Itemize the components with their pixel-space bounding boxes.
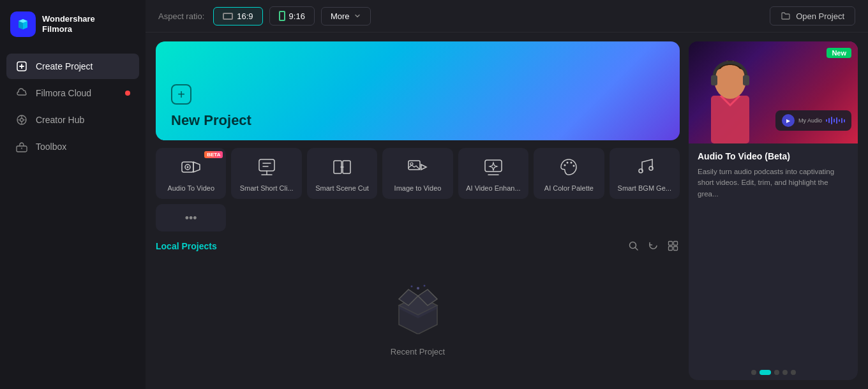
svg-rect-29 xyxy=(711,75,717,85)
promo-dot-4[interactable] xyxy=(791,370,796,375)
smart-scene-cut-label: Smart Scene Cut xyxy=(315,184,369,193)
new-project-plus-icon: + xyxy=(171,84,191,105)
image-to-video-icon xyxy=(406,156,429,179)
svg-point-26 xyxy=(410,285,412,287)
projects-actions xyxy=(627,239,680,253)
refresh-projects-button[interactable] xyxy=(647,239,660,253)
svg-rect-27 xyxy=(711,96,749,143)
ai-tool-ai-video-enhance[interactable]: AI Video Enhan... xyxy=(458,148,528,199)
ai-tool-ai-color-palette[interactable]: AI Color Palette xyxy=(534,148,604,199)
ai-tool-more[interactable]: ••• xyxy=(156,204,226,231)
ai-tool-audio-to-video[interactable]: BETA Audio To Video xyxy=(156,148,226,199)
svg-point-6 xyxy=(187,166,189,168)
local-projects-section: Local Projects xyxy=(156,239,680,380)
filmora-cloud-label: Filmora Cloud xyxy=(36,88,91,98)
aspect-16-9-label: 16:9 xyxy=(237,11,253,21)
sidebar-item-create-project[interactable]: Create Project xyxy=(6,54,139,79)
local-projects-header: Local Projects xyxy=(156,239,680,253)
new-project-card[interactable]: + New Project xyxy=(156,41,680,140)
ai-tool-smart-bgm-gen[interactable]: Smart BGM Ge... xyxy=(610,148,680,199)
phone-icon xyxy=(279,11,285,21)
sidebar-item-filmora-cloud[interactable]: Filmora Cloud xyxy=(6,80,139,106)
sidebar-item-toolbox[interactable]: Toolbox xyxy=(6,134,139,159)
creator-hub-label: Creator Hub xyxy=(36,115,84,125)
smart-bgm-gen-label: Smart BGM Ge... xyxy=(618,184,671,193)
more-label: More xyxy=(331,11,350,21)
svg-rect-21 xyxy=(674,242,678,246)
folder-icon xyxy=(781,11,791,21)
svg-rect-8 xyxy=(334,161,341,173)
more-aspect-button[interactable]: More xyxy=(321,7,371,26)
promo-new-badge: New xyxy=(827,48,851,58)
sidebar: Wondershare Filmora Create Project Filmo… xyxy=(0,0,146,389)
refresh-icon xyxy=(648,240,659,251)
ai-color-palette-label: AI Color Palette xyxy=(544,184,594,193)
sidebar-nav: Create Project Filmora Cloud Creator Hub xyxy=(0,48,146,389)
more-tools-dots: ••• xyxy=(185,212,197,225)
smart-short-clip-label: Smart Short Cli... xyxy=(240,184,294,193)
svg-rect-30 xyxy=(743,75,749,85)
grid-view-button[interactable] xyxy=(666,239,680,253)
svg-rect-22 xyxy=(669,247,673,251)
new-project-title: New Project xyxy=(171,112,251,129)
svg-point-25 xyxy=(423,284,425,286)
aspect-9-16-label: 9:16 xyxy=(289,11,305,21)
promo-title: Audio To Video (Beta) xyxy=(698,151,849,161)
toolbox-icon xyxy=(15,140,28,153)
ai-video-enhance-icon xyxy=(482,156,505,179)
search-icon xyxy=(628,240,639,251)
smart-short-clip-icon xyxy=(255,156,278,179)
promo-dot-3[interactable] xyxy=(782,370,788,375)
ai-tools-grid: BETA Audio To Video xyxy=(156,148,680,231)
aspect-16-9-button[interactable]: 16:9 xyxy=(213,7,262,26)
aspect-ratio-label: Aspect ratio: xyxy=(158,11,204,21)
svg-point-2 xyxy=(20,119,24,122)
smart-bgm-gen-icon xyxy=(633,156,656,179)
main-content: Aspect ratio: 16:9 9:16 More Open Projec… xyxy=(146,0,868,389)
promo-dot-1[interactable] xyxy=(760,370,771,375)
new-project-content: + New Project xyxy=(171,84,251,129)
ai-tool-image-to-video[interactable]: Image to Video xyxy=(382,148,453,199)
create-project-label: Create Project xyxy=(36,61,93,71)
search-projects-button[interactable] xyxy=(627,239,640,253)
svg-rect-23 xyxy=(674,247,678,251)
promo-dot-0[interactable] xyxy=(751,370,756,375)
aspect-9-16-button[interactable]: 9:16 xyxy=(269,6,315,26)
app-logo[interactable]: Wondershare Filmora xyxy=(0,0,146,48)
logo-icon xyxy=(10,11,36,37)
svg-point-13 xyxy=(564,165,566,166)
filmora-cloud-icon xyxy=(15,87,28,99)
chevron-down-icon xyxy=(354,12,361,20)
ai-tool-smart-scene-cut[interactable]: Smart Scene Cut xyxy=(307,148,377,199)
beta-badge: BETA xyxy=(204,151,223,158)
ai-color-palette-icon xyxy=(557,156,580,179)
empty-label: Recent Project xyxy=(391,347,445,356)
toolbox-label: Toolbox xyxy=(36,142,66,152)
open-project-button[interactable]: Open Project xyxy=(770,6,855,26)
app-name: Wondershare Filmora xyxy=(42,14,95,34)
promo-dot-2[interactable] xyxy=(774,370,779,375)
audio-play-button[interactable]: ▶ xyxy=(782,114,795,127)
sidebar-item-creator-hub[interactable]: Creator Hub xyxy=(6,107,139,133)
audio-player-overlay: ▶ My Audio xyxy=(775,110,851,131)
promo-description: Easily turn audio podcasts into captivat… xyxy=(698,166,849,200)
svg-rect-7 xyxy=(259,159,274,171)
svg-point-24 xyxy=(417,287,419,290)
aspect-ratio-bar: Aspect ratio: 16:9 9:16 More Open Projec… xyxy=(146,0,868,33)
promo-card: ▶ My Audio New Audio To xyxy=(689,41,858,380)
smart-scene-cut-icon xyxy=(331,156,354,179)
promo-card-image: ▶ My Audio New xyxy=(689,41,858,143)
audio-waveform xyxy=(826,116,845,125)
audio-label: My Audio xyxy=(798,117,822,124)
image-to-video-label: Image to Video xyxy=(394,184,442,193)
left-panel: + New Project BETA Au xyxy=(156,41,680,380)
ai-video-enhance-label: AI Video Enhan... xyxy=(466,184,520,193)
svg-point-15 xyxy=(571,162,572,164)
empty-state: Recent Project xyxy=(156,259,680,380)
svg-rect-20 xyxy=(669,242,673,246)
svg-point-16 xyxy=(573,165,575,167)
ai-tool-smart-short-clip[interactable]: Smart Short Cli... xyxy=(231,148,301,199)
audio-to-video-label: Audio To Video xyxy=(167,184,214,193)
promo-info: Audio To Video (Beta) Easily turn audio … xyxy=(689,143,858,365)
create-project-icon xyxy=(15,60,28,73)
